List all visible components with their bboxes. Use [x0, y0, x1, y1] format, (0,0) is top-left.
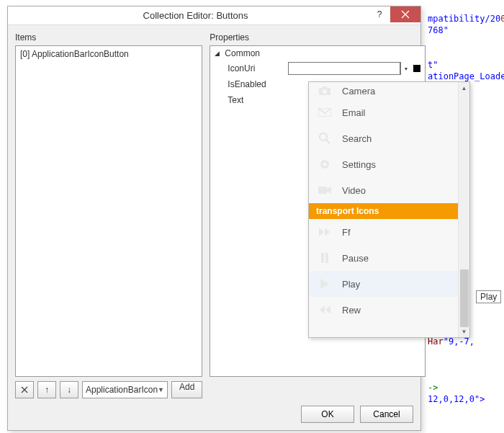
- collapse-icon: ◢: [215, 50, 222, 57]
- settings-icon: [318, 157, 332, 171]
- ff-icon: [318, 225, 332, 239]
- move-up-button[interactable]: ↑: [37, 381, 56, 398]
- spacer: [210, 377, 426, 398]
- scroll-thumb[interactable]: [460, 269, 469, 327]
- play-icon: [318, 277, 332, 291]
- dropdown-item-pause[interactable]: Pause: [309, 245, 458, 271]
- properties-label: Properties: [210, 32, 426, 43]
- chevron-down-icon: ▼: [158, 386, 164, 393]
- dropdown-item-play[interactable]: Play: [309, 271, 458, 297]
- dropdown-item-video[interactable]: Video: [309, 177, 458, 203]
- property-marker[interactable]: [413, 65, 420, 72]
- items-label: Items: [15, 32, 202, 43]
- items-actions: ↑ ↓ ApplicationBarIcon ▼ Add: [15, 381, 202, 398]
- dropdown-item-label: Settings: [342, 159, 376, 170]
- window-buttons: ?: [369, 6, 420, 25]
- dropdown-item-label: Video: [342, 185, 366, 196]
- svg-rect-9: [321, 253, 324, 263]
- delete-icon: [21, 386, 28, 393]
- move-down-button[interactable]: ↓: [60, 381, 78, 398]
- property-name: Text: [210, 95, 288, 105]
- dropdown-item-settings[interactable]: Settings: [309, 151, 458, 177]
- svg-rect-8: [318, 187, 327, 194]
- close-button[interactable]: [390, 6, 420, 22]
- svg-point-7: [323, 163, 327, 166]
- svg-point-4: [320, 133, 327, 140]
- dropdown-item-label: Pause: [342, 253, 369, 264]
- type-dropdown-value: ApplicationBarIcon: [86, 385, 158, 395]
- add-button[interactable]: Add: [171, 381, 202, 398]
- camera-icon: [318, 84, 332, 98]
- property-row-iconuri: IconUri ▾: [210, 61, 425, 76]
- ok-button[interactable]: OK: [301, 406, 354, 423]
- email-icon: [318, 105, 332, 120]
- scroll-up-button[interactable]: ▲: [459, 82, 469, 94]
- title-text: Collection Editor: Buttons: [14, 10, 420, 21]
- dropdown-item-search[interactable]: Search: [309, 125, 458, 151]
- items-panel: Items [0] ApplicationBarIconButton ↑ ↓ A…: [15, 32, 202, 398]
- iconuri-dropdown-button[interactable]: ▾: [400, 62, 410, 75]
- dropdown-category-transport: transport Icons: [309, 203, 458, 219]
- dropdown-item-label: Camera: [342, 86, 375, 97]
- video-icon: [318, 183, 332, 197]
- close-icon: [401, 10, 410, 19]
- dialog-footer: OK Cancel: [8, 398, 420, 430]
- svg-line-5: [326, 140, 330, 143]
- dropdown-item-camera[interactable]: Camera: [309, 82, 458, 99]
- property-name: IconUri: [210, 63, 288, 73]
- popup-list[interactable]: Camera Email Search Settings Video: [309, 82, 458, 337]
- items-list[interactable]: [0] ApplicationBarIconButton: [15, 45, 202, 377]
- dropdown-item-label: Ff: [342, 227, 351, 238]
- dropdown-item-label: Play: [342, 279, 360, 290]
- help-button[interactable]: ?: [369, 6, 390, 22]
- iconuri-input[interactable]: [288, 62, 400, 75]
- property-value: ▾: [288, 62, 425, 75]
- svg-rect-10: [325, 253, 328, 263]
- title-bar[interactable]: Collection Editor: Buttons ?: [8, 6, 420, 25]
- category-common[interactable]: ◢ Common: [210, 46, 425, 61]
- list-item[interactable]: [0] ApplicationBarIconButton: [17, 48, 200, 61]
- delete-button[interactable]: [15, 381, 34, 398]
- dropdown-item-rew[interactable]: Rew: [309, 297, 458, 323]
- search-icon: [318, 131, 332, 146]
- dropdown-item-ff[interactable]: Ff: [309, 219, 458, 245]
- category-label: Common: [225, 48, 260, 58]
- dropdown-item-label: Rew: [342, 305, 361, 316]
- pause-icon: [318, 251, 332, 265]
- arrow-up-icon: ↑: [45, 385, 49, 395]
- svg-point-2: [323, 89, 327, 94]
- tooltip: Play: [476, 290, 501, 303]
- scroll-down-button[interactable]: ▼: [459, 326, 469, 337]
- arrow-down-icon: ↓: [67, 385, 71, 395]
- dropdown-category-label: transport Icons: [316, 206, 379, 216]
- iconuri-dropdown-popup: Camera Email Search Settings Video: [308, 81, 470, 338]
- rew-icon: [318, 303, 332, 317]
- dropdown-item-label: Search: [342, 133, 372, 144]
- property-name: IsEnabled: [210, 79, 288, 89]
- dropdown-item-label: Email: [342, 107, 366, 118]
- cancel-button[interactable]: Cancel: [360, 406, 413, 423]
- type-dropdown[interactable]: ApplicationBarIcon ▼: [82, 381, 168, 398]
- svg-rect-1: [323, 86, 327, 89]
- dropdown-item-email[interactable]: Email: [309, 99, 458, 125]
- popup-scrollbar[interactable]: ▲ ▼: [458, 82, 469, 337]
